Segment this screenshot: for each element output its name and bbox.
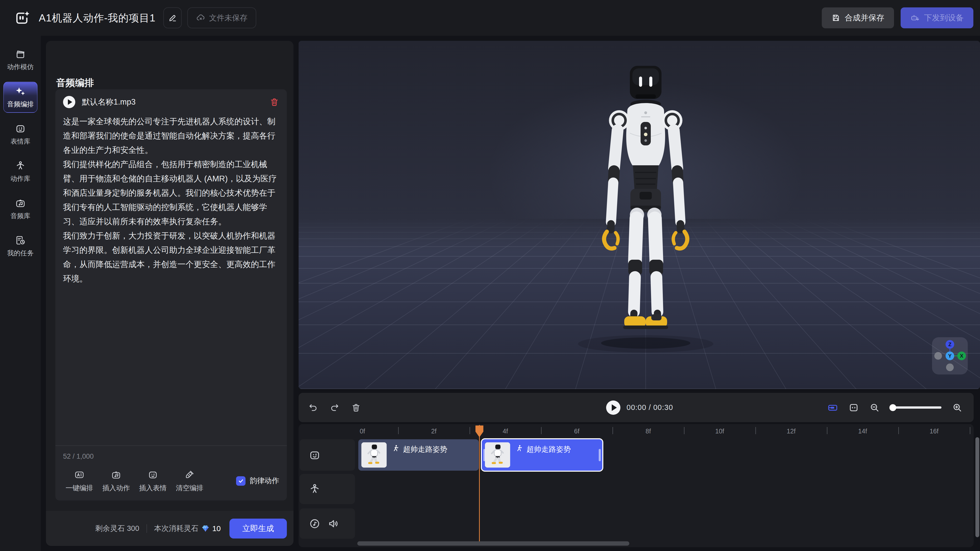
rhythm-motion-toggle[interactable]: 韵律动作 <box>236 476 279 492</box>
pencil-icon <box>168 13 177 22</box>
ai-icon <box>74 470 84 480</box>
fit-timeline-icon[interactable] <box>849 403 859 413</box>
play-button[interactable] <box>606 400 620 415</box>
sidebar-item-motion-library[interactable]: 动作库 <box>3 156 38 187</box>
script-text-editor[interactable]: 这是一家全球领先的公司专注于先进机器人系统的设计、制造和部署我们的使命是通过智能… <box>63 114 278 286</box>
clip-title: 超帅走路姿势 <box>403 445 447 454</box>
sidebar-item-label: 表情库 <box>11 137 30 146</box>
track-header-audio[interactable] <box>300 508 355 539</box>
zoom-in-icon[interactable] <box>952 403 963 413</box>
rhythm-checkbox[interactable] <box>236 476 245 486</box>
axis-z-label: Z <box>948 341 951 347</box>
walking-icon <box>515 445 523 453</box>
project-title: A1机器人动作-我的项目1 <box>39 11 156 25</box>
timeline-panel: 0f 2f 4f 6f 8f 10f 12f 14f 16f <box>299 424 974 547</box>
script-card: 默认名称1.mp3 这是一家全球领先的公司专注于先进机器人系统的设计、制造和部署… <box>56 89 287 500</box>
sidebar-item-expression-library[interactable]: 表情库 <box>3 119 38 150</box>
sidebar-item-label: 音频编排 <box>7 100 34 109</box>
person-icon <box>15 160 26 171</box>
undo-icon[interactable] <box>308 403 318 413</box>
tool-label: 插入表情 <box>139 483 167 492</box>
clip-resize-handle-left[interactable] <box>484 449 485 461</box>
motion-clip[interactable]: 超帅走路姿势 <box>358 439 479 471</box>
robot-face-icon <box>309 449 321 461</box>
track-header-motion[interactable] <box>300 474 355 504</box>
generate-footer: 剩余灵石 300 本次消耗灵石 10 立即生成 <box>46 511 293 546</box>
humanoid-robot-model[interactable] <box>592 56 699 342</box>
script-paragraph: 我们提供样化的产品组合，包括用于精密制造的工业机械臂、用于物流和仓储的自主移动机… <box>63 157 278 229</box>
zoom-slider-handle[interactable] <box>889 404 896 411</box>
generate-now-button[interactable]: 立即生成 <box>229 519 287 538</box>
sparkles-icon <box>15 86 26 97</box>
3d-viewport[interactable]: Z Y X <box>299 41 980 389</box>
motion-clip-selected[interactable]: 超帅走路姿势 <box>481 438 603 472</box>
clip-thumbnail <box>485 442 510 468</box>
audio-play-button[interactable] <box>63 96 75 108</box>
broom-icon <box>185 470 195 480</box>
script-paragraph: 我们致力于创新，大力投资于研发，以突破人机协作和机器学习的界限。创新机器人公司助… <box>63 229 278 286</box>
footer-divider <box>146 524 147 533</box>
tasks-icon <box>15 235 26 246</box>
axis-negative-z[interactable] <box>946 364 954 371</box>
check-icon <box>237 477 245 484</box>
sidebar-item-label: 动作库 <box>11 174 30 183</box>
char-counter: 52 / 1,000 <box>63 453 279 460</box>
panel-title: 音频编排 <box>56 76 94 89</box>
speaker-icon[interactable] <box>328 518 339 530</box>
audio-arrange-panel: 音频编排 通过音频处理，生成音频素材以及融合动作和表情的音频编排素材 默认名称1… <box>46 41 293 546</box>
music-box-icon <box>111 470 121 480</box>
cost-value: 10 <box>212 524 221 533</box>
ruler-tick-label: 8f <box>638 427 659 435</box>
one-click-arrange-button[interactable]: 一键编排 <box>63 470 96 492</box>
compose-save-label: 合成并保存 <box>845 13 884 23</box>
app-root: A1机器人动作-我的项目1 文件未保存 合成并保存 下发到设备 动作模仿 <box>0 0 980 551</box>
timeline-vertical-scrollbar[interactable] <box>975 437 979 537</box>
view-axis-gizmo[interactable]: Z Y X <box>932 337 968 375</box>
ruler-tick-label: 10f <box>710 427 730 435</box>
app-logo-icon <box>14 10 30 26</box>
axis-negative-x[interactable] <box>934 352 942 360</box>
insert-motion-button[interactable]: 插入动作 <box>100 470 132 492</box>
robot-face-icon <box>15 123 26 134</box>
sidebar-item-audio-library[interactable]: 音频库 <box>3 193 38 224</box>
ruler-tick-label: 0f <box>352 427 372 435</box>
sidebar-item-label: 音频库 <box>11 211 30 221</box>
gem-icon <box>201 524 210 533</box>
delete-audio-icon[interactable] <box>269 97 279 107</box>
compose-save-button[interactable]: 合成并保存 <box>822 7 894 28</box>
track-header-expression[interactable] <box>300 439 355 471</box>
floppy-icon <box>832 14 840 22</box>
rhythm-label: 韵律动作 <box>250 476 279 486</box>
script-card-footer: 52 / 1,000 一键编排 插入动作 插入表情 <box>56 445 287 500</box>
clear-arrange-button[interactable]: 清空编排 <box>173 470 206 492</box>
deploy-to-device-button[interactable]: 下发到设备 <box>900 7 974 28</box>
timecode: 00:00 / 00:30 <box>627 403 673 412</box>
generate-label: 立即生成 <box>242 523 274 534</box>
playback-toolbar: 00:00 / 00:30 <box>299 393 974 422</box>
robot-pose-thumb <box>485 442 510 468</box>
sidebar-item-audio-arrange[interactable]: 音频编排 <box>3 82 38 113</box>
sidebar-item-motion-mimic[interactable]: 动作模仿 <box>3 44 38 76</box>
timeline-zoom-slider[interactable] <box>891 407 942 409</box>
sidebar-item-label: 动作模仿 <box>7 62 34 71</box>
delete-clip-icon[interactable] <box>351 403 361 413</box>
redo-icon[interactable] <box>330 403 339 413</box>
robot-face-icon <box>148 470 158 480</box>
tool-label: 一键编排 <box>65 483 93 492</box>
rename-project-button[interactable] <box>163 7 182 28</box>
clip-resize-handle-right[interactable] <box>599 449 601 461</box>
save-status-label: 文件未保存 <box>209 13 248 23</box>
playhead-handle[interactable] <box>476 426 484 437</box>
insert-expression-button[interactable]: 插入表情 <box>137 470 169 492</box>
snap-toggle-icon[interactable] <box>828 403 838 413</box>
clip-title: 超帅走路姿势 <box>527 445 571 454</box>
sidebar-item-my-tasks[interactable]: 我的任务 <box>3 230 38 262</box>
timeline-horizontal-scrollbar[interactable] <box>357 541 629 546</box>
cost-label: 本次消耗灵石 <box>154 524 199 534</box>
tool-label: 清空编排 <box>176 483 204 492</box>
ruler-tick-label: 14f <box>853 427 873 435</box>
top-bar: A1机器人动作-我的项目1 文件未保存 合成并保存 下发到设备 <box>0 0 980 36</box>
save-status-badge[interactable]: 文件未保存 <box>187 7 256 28</box>
zoom-out-icon[interactable] <box>870 403 880 413</box>
disc-icon <box>309 518 321 530</box>
